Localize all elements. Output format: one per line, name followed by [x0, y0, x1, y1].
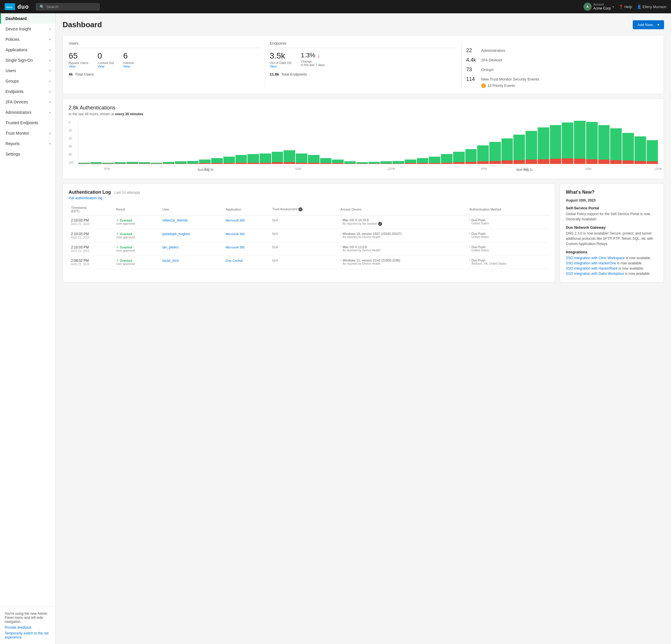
account-avatar: A — [583, 3, 592, 11]
sidebar-item-trusted-endpoints[interactable]: Trusted Endpoints — [0, 118, 55, 128]
bar-group — [550, 121, 561, 164]
locked-out-stat: 0 Locked Out View — [98, 52, 114, 68]
app-link[interactable]: Microsoft 365 — [226, 232, 245, 236]
bar-group — [320, 121, 332, 164]
bar-red — [562, 158, 573, 164]
user-link[interactable]: lucas_ince — [163, 259, 179, 263]
sidebar-item-trust-monitor[interactable]: Trust Monitor — [0, 128, 55, 138]
user-link[interactable]: ian_peters — [163, 245, 179, 249]
bypass-users-link[interactable]: View — [69, 65, 88, 68]
user-menu[interactable]: 👤 Ellery Munson — [637, 5, 666, 9]
account-menu[interactable]: A Account Acme Corp — [583, 3, 614, 11]
auth-log-title: Authentication Log — [69, 190, 111, 195]
sidebar-item-users[interactable]: Users — [0, 65, 55, 76]
inactive-link[interactable]: View — [123, 65, 134, 68]
search-box[interactable]: 🔍 Search — [36, 3, 100, 10]
sidebar-item-device-insight[interactable]: Device Insight — [0, 24, 55, 34]
bar-green — [259, 153, 271, 163]
chevron-down-icon — [49, 90, 51, 93]
chevron-down-icon — [49, 27, 51, 31]
sidebar-item-settings[interactable]: Settings — [0, 149, 55, 159]
arrow-icon: › — [469, 218, 470, 221]
table-row: 2:10:03 PM AUG 21, 2023 ✓ Granted User a… — [69, 216, 549, 229]
bar-green — [514, 134, 525, 160]
bar-group — [78, 121, 90, 164]
sidebar-label-policies: Policies — [5, 37, 20, 42]
locked-out-link[interactable]: View — [98, 65, 114, 68]
full-auth-log-link[interactable]: Full authentication log — [69, 196, 549, 200]
bar-group — [344, 121, 356, 164]
bar-green — [598, 125, 610, 160]
total-users: 4k Total Users — [69, 72, 260, 76]
bar-red — [127, 164, 138, 164]
sidebar-item-reports[interactable]: Reports — [0, 138, 55, 149]
sidebar-item-applications[interactable]: Applications — [0, 44, 55, 55]
bar-red — [550, 159, 561, 164]
bar-red — [526, 159, 537, 164]
bar-green — [429, 157, 440, 163]
col-user: User — [160, 204, 223, 216]
check-icon: ✓ — [116, 232, 119, 236]
provide-feedback-link[interactable]: Provide feedback — [5, 626, 51, 630]
bar-green — [550, 125, 561, 159]
bar-green — [223, 157, 235, 163]
sidebar-item-sso[interactable]: Single Sign-On — [0, 55, 55, 65]
add-new-button[interactable]: Add New... ▾ — [633, 20, 664, 29]
user-link[interactable]: penelope_hughes — [163, 232, 190, 236]
bar-group — [139, 121, 150, 164]
bar-green — [405, 159, 416, 163]
inactive-value: 6 — [123, 52, 134, 61]
sidebar-item-administrators[interactable]: Administrators — [0, 107, 55, 118]
twofa-devices-value: 4.4k — [466, 57, 478, 63]
bar-red — [393, 164, 404, 164]
cell-timestamp: 2:10:03 PM AUG 21, 2023 — [69, 229, 114, 242]
svg-text:cisco: cisco — [6, 6, 13, 9]
sidebar-label-users: Users — [5, 68, 16, 73]
bar-green — [417, 158, 429, 163]
logo: cisco duo — [5, 3, 29, 10]
app-link[interactable]: Microsoft 365 — [226, 219, 245, 222]
sidebar-item-2fa[interactable]: 2FA Devices — [0, 97, 55, 107]
help-button[interactable]: ❓ Help — [619, 5, 632, 9]
cell-auth-method: › Duo Push United States — [467, 229, 549, 242]
out-of-date-link[interactable]: View — [270, 65, 291, 68]
app-layout: Dashboard Device Insight Policies Applic… — [0, 13, 671, 644]
user-link[interactable]: rebecca_skinner — [163, 218, 188, 222]
bar-group — [502, 121, 513, 164]
bar-red — [199, 163, 211, 164]
app-link[interactable]: Duo Central — [226, 259, 243, 262]
sidebar-item-groups[interactable]: Groups — [0, 76, 55, 86]
dashboard-header: Dashboard Add New... ▾ — [63, 20, 664, 29]
sidebar-item-dashboard[interactable]: Dashboard — [0, 13, 55, 24]
sidebar-label-trust-monitor: Trust Monitor — [5, 131, 29, 136]
total-endpoints: 11.8k Total Endpoints — [270, 72, 457, 76]
bar-group — [236, 121, 247, 164]
endpoints-section: Endpoints 3.5k Out of Date OS View 1.3% … — [265, 41, 461, 88]
hackerrank-link[interactable]: SSO integration with HackerRank — [566, 267, 618, 270]
sidebar-item-policies[interactable]: Policies — [0, 34, 55, 44]
priority-events-row: ! 13 Priority Events — [466, 83, 653, 88]
bar-green — [393, 161, 404, 164]
main-content: Dashboard Add New... ▾ Users 65 Bypass U… — [55, 13, 671, 644]
cell-timestamp: 2:08:02 PM AUG 21, 2023 — [69, 256, 114, 269]
chevron-down-icon — [49, 111, 51, 114]
chevron-down-icon — [49, 132, 51, 135]
switch-experience-link[interactable]: Temporarily switch to the old experience — [5, 631, 51, 639]
bypass-users-stat: 65 Bypass Users View — [69, 52, 88, 68]
app-link[interactable]: Microsoft 365 — [226, 246, 245, 249]
citrix-link[interactable]: SSO integration with Citrix Workspace — [566, 256, 625, 260]
bar-green — [332, 159, 344, 163]
cell-auth-method: › Duo Push United States — [467, 242, 549, 256]
bar-red — [453, 162, 465, 164]
sidebar-item-endpoints[interactable]: Endpoints — [0, 86, 55, 97]
wn-date: August 10th, 2023 — [566, 198, 658, 203]
total-users-label: Total Users — [75, 72, 93, 76]
datto-link[interactable]: SSO integration with Datto Workplace — [566, 272, 624, 276]
locked-out-value: 0 — [98, 52, 114, 61]
cell-user: ian_peters — [160, 242, 223, 256]
bar-group — [308, 121, 319, 164]
bar-red — [284, 162, 295, 164]
hackerone-link[interactable]: SSO integration with HackerOne — [566, 261, 616, 265]
check-icon: ✓ — [116, 245, 119, 249]
administrators-label: Administrators — [481, 48, 505, 53]
